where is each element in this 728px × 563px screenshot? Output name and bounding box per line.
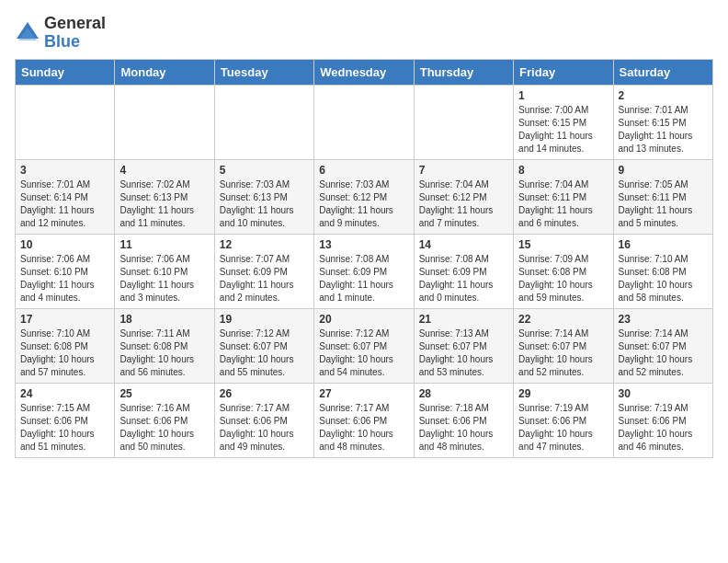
weekday-header-friday: Friday (514, 59, 613, 85)
day-number: 23 (619, 313, 708, 326)
calendar-cell: 18Sunrise: 7:11 AM Sunset: 6:08 PM Dayli… (115, 308, 214, 383)
day-number: 24 (20, 387, 109, 400)
day-number: 21 (419, 313, 508, 326)
calendar-cell: 11Sunrise: 7:06 AM Sunset: 6:10 PM Dayli… (115, 234, 214, 308)
calendar-header-row: SundayMondayTuesdayWednesdayThursdayFrid… (16, 59, 713, 85)
day-info: Sunrise: 7:06 AM Sunset: 6:10 PM Dayligh… (20, 253, 109, 304)
calendar-cell (414, 85, 513, 159)
week-row-5: 24Sunrise: 7:15 AM Sunset: 6:06 PM Dayli… (16, 383, 713, 457)
day-info: Sunrise: 7:18 AM Sunset: 6:06 PM Dayligh… (419, 402, 508, 454)
day-info: Sunrise: 7:08 AM Sunset: 6:09 PM Dayligh… (319, 253, 408, 304)
day-info: Sunrise: 7:19 AM Sunset: 6:06 PM Dayligh… (619, 402, 708, 454)
day-info: Sunrise: 7:01 AM Sunset: 6:15 PM Dayligh… (619, 104, 708, 155)
day-info: Sunrise: 7:03 AM Sunset: 6:12 PM Dayligh… (319, 178, 408, 230)
calendar-cell: 16Sunrise: 7:10 AM Sunset: 6:08 PM Dayli… (613, 234, 712, 308)
day-number: 16 (619, 238, 708, 251)
calendar-cell: 4Sunrise: 7:02 AM Sunset: 6:13 PM Daylig… (115, 159, 214, 234)
day-number: 12 (220, 238, 309, 251)
day-number: 11 (119, 238, 209, 251)
day-info: Sunrise: 7:03 AM Sunset: 6:13 PM Dayligh… (220, 178, 309, 230)
logo-text: General Blue (44, 15, 106, 52)
day-info: Sunrise: 7:04 AM Sunset: 6:11 PM Dayligh… (518, 178, 608, 230)
calendar-cell (115, 85, 214, 159)
calendar-cell: 28Sunrise: 7:18 AM Sunset: 6:06 PM Dayli… (414, 383, 513, 457)
day-info: Sunrise: 7:17 AM Sunset: 6:06 PM Dayligh… (220, 402, 309, 454)
day-number: 22 (518, 313, 608, 326)
week-row-2: 3Sunrise: 7:01 AM Sunset: 6:14 PM Daylig… (16, 159, 713, 234)
day-number: 9 (619, 164, 708, 177)
weekday-header-thursday: Thursday (414, 59, 513, 85)
calendar-cell: 15Sunrise: 7:09 AM Sunset: 6:08 PM Dayli… (514, 234, 613, 308)
day-info: Sunrise: 7:12 AM Sunset: 6:07 PM Dayligh… (220, 327, 309, 379)
calendar-cell: 1Sunrise: 7:00 AM Sunset: 6:15 PM Daylig… (514, 85, 613, 159)
day-number: 6 (319, 164, 408, 177)
day-number: 18 (119, 313, 209, 326)
calendar-cell: 27Sunrise: 7:17 AM Sunset: 6:06 PM Dayli… (314, 383, 414, 457)
day-number: 4 (119, 164, 209, 177)
day-info: Sunrise: 7:04 AM Sunset: 6:12 PM Dayligh… (419, 178, 508, 230)
logo: General Blue (15, 15, 106, 52)
calendar-cell: 3Sunrise: 7:01 AM Sunset: 6:14 PM Daylig… (16, 159, 115, 234)
calendar-cell: 24Sunrise: 7:15 AM Sunset: 6:06 PM Dayli… (16, 383, 115, 457)
calendar-cell: 14Sunrise: 7:08 AM Sunset: 6:09 PM Dayli… (414, 234, 513, 308)
day-info: Sunrise: 7:13 AM Sunset: 6:07 PM Dayligh… (419, 327, 508, 379)
day-info: Sunrise: 7:16 AM Sunset: 6:06 PM Dayligh… (119, 402, 209, 454)
logo-general: General (44, 14, 106, 32)
day-info: Sunrise: 7:07 AM Sunset: 6:09 PM Dayligh… (220, 253, 309, 304)
day-number: 17 (20, 313, 109, 326)
calendar-cell: 20Sunrise: 7:12 AM Sunset: 6:07 PM Dayli… (314, 308, 414, 383)
logo-blue: Blue (44, 32, 80, 51)
day-info: Sunrise: 7:05 AM Sunset: 6:11 PM Dayligh… (619, 178, 708, 230)
weekday-header-monday: Monday (115, 59, 214, 85)
day-number: 25 (119, 387, 209, 400)
weekday-header-sunday: Sunday (16, 59, 115, 85)
calendar-cell: 25Sunrise: 7:16 AM Sunset: 6:06 PM Dayli… (115, 383, 214, 457)
day-number: 26 (220, 387, 309, 400)
day-number: 14 (419, 238, 508, 251)
day-number: 28 (419, 387, 508, 400)
day-info: Sunrise: 7:15 AM Sunset: 6:06 PM Dayligh… (20, 402, 109, 454)
calendar-cell: 17Sunrise: 7:10 AM Sunset: 6:08 PM Dayli… (16, 308, 115, 383)
day-info: Sunrise: 7:14 AM Sunset: 6:07 PM Dayligh… (518, 327, 608, 379)
week-row-3: 10Sunrise: 7:06 AM Sunset: 6:10 PM Dayli… (16, 234, 713, 308)
weekday-header-saturday: Saturday (613, 59, 712, 85)
page-header: General Blue (15, 15, 713, 52)
day-info: Sunrise: 7:12 AM Sunset: 6:07 PM Dayligh… (319, 327, 408, 379)
calendar-cell: 2Sunrise: 7:01 AM Sunset: 6:15 PM Daylig… (613, 85, 712, 159)
day-number: 3 (20, 164, 109, 177)
weekday-header-tuesday: Tuesday (214, 59, 313, 85)
calendar-cell: 10Sunrise: 7:06 AM Sunset: 6:10 PM Dayli… (16, 234, 115, 308)
calendar-cell: 13Sunrise: 7:08 AM Sunset: 6:09 PM Dayli… (314, 234, 414, 308)
calendar-cell: 9Sunrise: 7:05 AM Sunset: 6:11 PM Daylig… (613, 159, 712, 234)
calendar-cell: 6Sunrise: 7:03 AM Sunset: 6:12 PM Daylig… (314, 159, 414, 234)
day-number: 20 (319, 313, 408, 326)
calendar-cell: 23Sunrise: 7:14 AM Sunset: 6:07 PM Dayli… (613, 308, 712, 383)
calendar-cell: 8Sunrise: 7:04 AM Sunset: 6:11 PM Daylig… (514, 159, 613, 234)
day-number: 27 (319, 387, 408, 400)
calendar-cell: 21Sunrise: 7:13 AM Sunset: 6:07 PM Dayli… (414, 308, 513, 383)
day-number: 19 (220, 313, 309, 326)
weekday-header-wednesday: Wednesday (314, 59, 414, 85)
calendar-cell: 19Sunrise: 7:12 AM Sunset: 6:07 PM Dayli… (214, 308, 313, 383)
calendar-cell (314, 85, 414, 159)
day-info: Sunrise: 7:19 AM Sunset: 6:06 PM Dayligh… (518, 402, 608, 454)
day-info: Sunrise: 7:10 AM Sunset: 6:08 PM Dayligh… (619, 253, 708, 304)
day-info: Sunrise: 7:01 AM Sunset: 6:14 PM Dayligh… (20, 178, 109, 230)
logo-icon (15, 20, 40, 46)
day-number: 10 (20, 238, 109, 251)
day-number: 13 (319, 238, 408, 251)
calendar-cell: 12Sunrise: 7:07 AM Sunset: 6:09 PM Dayli… (214, 234, 313, 308)
week-row-4: 17Sunrise: 7:10 AM Sunset: 6:08 PM Dayli… (16, 308, 713, 383)
day-info: Sunrise: 7:10 AM Sunset: 6:08 PM Dayligh… (20, 327, 109, 379)
calendar-cell: 26Sunrise: 7:17 AM Sunset: 6:06 PM Dayli… (214, 383, 313, 457)
day-info: Sunrise: 7:06 AM Sunset: 6:10 PM Dayligh… (119, 253, 209, 304)
day-info: Sunrise: 7:17 AM Sunset: 6:06 PM Dayligh… (319, 402, 408, 454)
calendar-cell (16, 85, 115, 159)
day-info: Sunrise: 7:11 AM Sunset: 6:08 PM Dayligh… (119, 327, 209, 379)
day-info: Sunrise: 7:00 AM Sunset: 6:15 PM Dayligh… (518, 104, 608, 155)
day-number: 7 (419, 164, 508, 177)
day-number: 8 (518, 164, 608, 177)
calendar: SundayMondayTuesdayWednesdayThursdayFrid… (15, 59, 713, 458)
day-number: 30 (619, 387, 708, 400)
day-info: Sunrise: 7:08 AM Sunset: 6:09 PM Dayligh… (419, 253, 508, 304)
